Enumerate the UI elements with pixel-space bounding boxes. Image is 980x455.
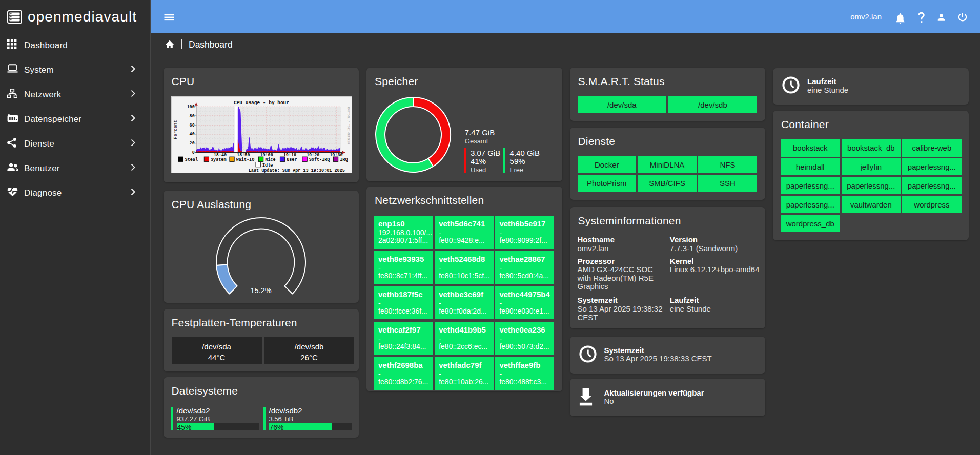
svg-text:Last update: Sun Apr 13 19:30:: Last update: Sun Apr 13 19:30:01 2025 [248,168,344,173]
svg-text:Percent: Percent [173,120,178,139]
svg-text:60: 60 [189,123,194,128]
svg-text:System: System [211,157,227,162]
svg-text:CPU usage - by hour: CPU usage - by hour [234,100,289,106]
svg-text:Soft-IRQ: Soft-IRQ [309,157,330,162]
svg-text:0: 0 [192,150,194,155]
svg-text:20: 20 [189,141,194,146]
svg-text:100: 100 [187,105,194,110]
svg-text:RRDTOOL / TOBI OETIKER: RRDTOOL / TOBI OETIKER [346,107,350,145]
svg-text:40: 40 [189,132,194,137]
svg-text:Idle: Idle [262,163,272,168]
svg-text:Wait-IO: Wait-IO [236,157,254,162]
svg-text:User: User [287,157,297,162]
svg-text:Steal: Steal [185,157,197,162]
svg-text:80: 80 [189,114,194,119]
svg-text:IRQ: IRQ [340,157,348,162]
svg-text:Nice: Nice [265,157,275,162]
